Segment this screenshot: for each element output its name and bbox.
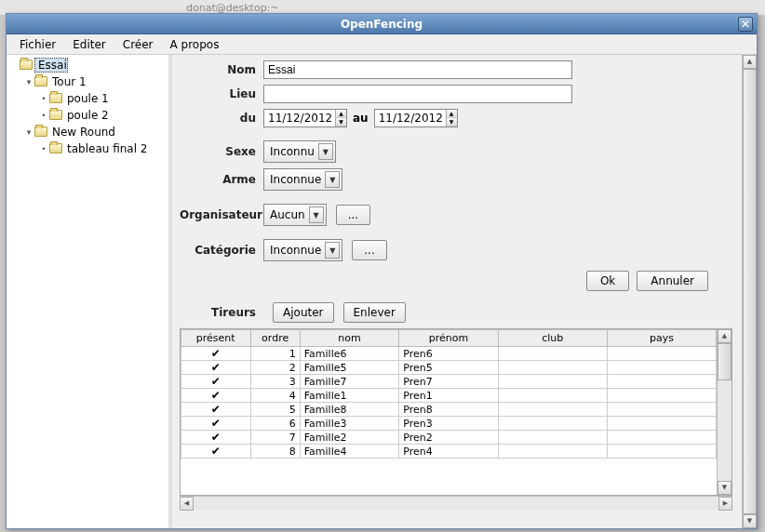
date-du-value[interactable]: 11/12/2012 xyxy=(264,112,335,125)
chevron-down-icon[interactable]: ▼ xyxy=(318,143,333,160)
nom-cell[interactable]: Famille4 xyxy=(300,445,398,459)
tree-node[interactable]: Essai xyxy=(8,57,167,73)
pays-cell[interactable] xyxy=(607,389,716,403)
tireurs-table[interactable]: présentordrenomprénomclubpays ✔1Famille6… xyxy=(181,329,717,459)
table-row[interactable]: ✔5Famille8Pren8 xyxy=(181,403,717,417)
table-row[interactable]: ✔3Famille7Pren7 xyxy=(181,375,717,389)
nom-cell[interactable]: Famille7 xyxy=(300,375,398,389)
tree-node[interactable]: ▾New Round xyxy=(8,124,167,140)
menu-fichier[interactable]: Fichier xyxy=(12,35,63,54)
pays-cell[interactable] xyxy=(607,375,716,389)
table-row[interactable]: ✔8Famille4Pren4 xyxy=(181,445,717,459)
organisateur-combo[interactable]: Aucun ▼ xyxy=(263,204,327,226)
ajouter-button[interactable]: Ajouter xyxy=(273,302,334,323)
column-header[interactable]: ordre xyxy=(250,330,300,347)
present-cell[interactable]: ✔ xyxy=(181,347,251,361)
pays-cell[interactable] xyxy=(607,403,716,417)
date-au-spinners[interactable]: ▲ ▼ xyxy=(446,110,457,126)
date-du-spinners[interactable]: ▲ ▼ xyxy=(335,110,346,126)
menu-editer[interactable]: Editer xyxy=(65,35,114,54)
chevron-down-icon[interactable]: ▼ xyxy=(325,171,340,188)
titlebar[interactable]: OpenFencing ✕ xyxy=(7,14,757,34)
arme-combo[interactable]: Inconnue ▼ xyxy=(263,168,342,191)
chevron-down-icon[interactable]: ▼ xyxy=(309,206,324,223)
club-cell[interactable] xyxy=(498,403,607,417)
scroll-down-icon[interactable]: ▼ xyxy=(718,481,731,495)
nom-cell[interactable]: Famille6 xyxy=(300,347,398,361)
scroll-up-icon[interactable]: ▲ xyxy=(743,55,757,69)
ordre-cell[interactable]: 8 xyxy=(250,445,300,459)
scroll-right-icon[interactable]: ▶ xyxy=(718,497,732,511)
tree-handle-icon[interactable]: • xyxy=(38,94,49,103)
tree-node[interactable]: •poule 2 xyxy=(8,107,167,124)
column-header[interactable]: nom xyxy=(300,330,398,347)
categorie-browse-button[interactable]: ... xyxy=(352,240,386,260)
present-cell[interactable]: ✔ xyxy=(181,417,251,431)
scroll-left-icon[interactable]: ◀ xyxy=(180,497,194,511)
ordre-cell[interactable]: 5 xyxy=(250,403,300,417)
spinner-down-icon[interactable]: ▼ xyxy=(336,118,346,126)
present-cell[interactable]: ✔ xyxy=(181,403,251,417)
present-cell[interactable]: ✔ xyxy=(181,361,251,375)
pays-cell[interactable] xyxy=(607,445,716,459)
table-row[interactable]: ✔1Famille6Pren6 xyxy=(181,347,717,361)
club-cell[interactable] xyxy=(498,375,607,389)
pays-cell[interactable] xyxy=(607,361,716,375)
column-header[interactable]: prénom xyxy=(399,330,498,347)
club-cell[interactable] xyxy=(498,361,607,375)
nom-cell[interactable]: Famille5 xyxy=(300,361,398,375)
table-row[interactable]: ✔7Famille2Pren2 xyxy=(181,431,717,445)
table-row[interactable]: ✔2Famille5Pren5 xyxy=(181,361,717,375)
present-cell[interactable]: ✔ xyxy=(181,375,251,389)
nom-input[interactable] xyxy=(263,60,572,79)
nom-cell[interactable]: Famille1 xyxy=(300,389,398,403)
date-au[interactable]: 11/12/2012 ▲ ▼ xyxy=(374,109,458,127)
column-header[interactable]: présent xyxy=(181,330,251,347)
prenom-cell[interactable]: Pren4 xyxy=(399,445,498,459)
scroll-thumb[interactable] xyxy=(743,69,757,514)
table-vertical-scrollbar[interactable]: ▲ ▼ xyxy=(717,329,731,495)
club-cell[interactable] xyxy=(498,347,607,361)
scroll-track[interactable] xyxy=(194,497,718,511)
ordre-cell[interactable]: 7 xyxy=(250,431,300,445)
nom-cell[interactable]: Famille3 xyxy=(300,417,398,431)
club-cell[interactable] xyxy=(498,417,607,431)
prenom-cell[interactable]: Pren3 xyxy=(399,417,498,431)
column-header[interactable]: pays xyxy=(607,330,716,347)
club-cell[interactable] xyxy=(498,389,607,403)
tree-node[interactable]: ▾Tour 1 xyxy=(8,73,167,90)
annuler-button[interactable]: Annuler xyxy=(637,271,708,291)
sexe-combo[interactable]: Inconnu ▼ xyxy=(263,140,336,163)
enlever-button[interactable]: Enlever xyxy=(343,302,406,323)
present-cell[interactable]: ✔ xyxy=(181,389,251,403)
scroll-down-icon[interactable]: ▼ xyxy=(743,514,757,528)
tree-handle-icon[interactable]: ▾ xyxy=(23,77,34,86)
pays-cell[interactable] xyxy=(607,347,716,361)
scroll-up-icon[interactable]: ▲ xyxy=(718,329,731,343)
table-row[interactable]: ✔6Famille3Pren3 xyxy=(181,417,717,431)
menu-creer[interactable]: Créer xyxy=(115,35,161,54)
tree-node[interactable]: •tableau final 2 xyxy=(8,140,167,157)
date-au-value[interactable]: 11/12/2012 xyxy=(375,112,446,125)
prenom-cell[interactable]: Pren6 xyxy=(399,347,498,361)
date-du[interactable]: 11/12/2012 ▲ ▼ xyxy=(263,109,347,127)
spinner-up-icon[interactable]: ▲ xyxy=(336,110,346,118)
column-header[interactable]: club xyxy=(498,330,607,347)
nom-cell[interactable]: Famille2 xyxy=(300,431,398,445)
organisateur-browse-button[interactable]: ... xyxy=(336,205,370,225)
ordre-cell[interactable]: 2 xyxy=(250,361,300,375)
tree-handle-icon[interactable]: • xyxy=(38,111,49,120)
ok-button[interactable]: Ok xyxy=(586,271,629,291)
form-vertical-scrollbar[interactable]: ▲ ▼ xyxy=(742,55,757,528)
prenom-cell[interactable]: Pren1 xyxy=(399,389,498,403)
prenom-cell[interactable]: Pren5 xyxy=(399,361,498,375)
ordre-cell[interactable]: 1 xyxy=(250,347,300,361)
ordre-cell[interactable]: 3 xyxy=(250,375,300,389)
form-horizontal-scrollbar[interactable]: ◀ ▶ xyxy=(180,496,732,511)
categorie-combo[interactable]: Inconnue ▼ xyxy=(263,239,342,261)
tree-node[interactable]: •poule 1 xyxy=(8,90,167,107)
lieu-input[interactable] xyxy=(263,85,572,103)
close-icon[interactable]: ✕ xyxy=(738,17,753,32)
ordre-cell[interactable]: 6 xyxy=(250,417,300,431)
menu-apropos[interactable]: A propos xyxy=(163,35,227,54)
